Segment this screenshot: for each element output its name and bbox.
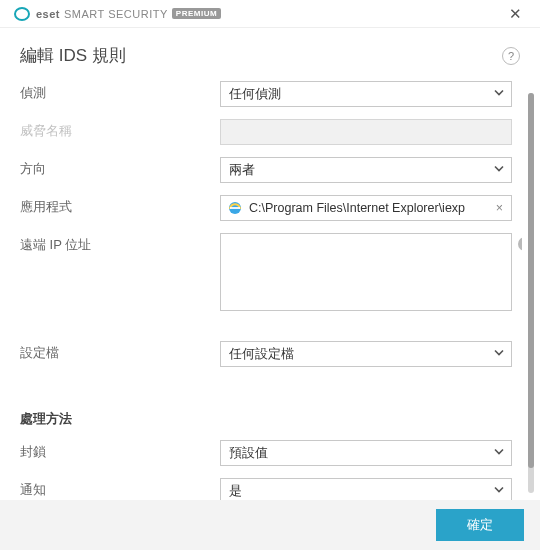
chevron-down-icon [493, 484, 505, 499]
select-detection[interactable]: 任何偵測 [220, 81, 512, 107]
svg-rect-2 [230, 207, 240, 209]
label-detection: 偵測 [20, 81, 220, 102]
label-threat-name: 威脅名稱 [20, 119, 220, 140]
input-application[interactable]: C:\Program Files\Internet Explorer\iexp … [220, 195, 512, 221]
input-threat-name [220, 119, 512, 145]
row-block: 封鎖 預設值 [20, 440, 512, 466]
row-remote-ip: 遠端 IP 位址 i [20, 233, 512, 311]
premium-badge: PREMIUM [172, 8, 221, 19]
row-threat-name: 威脅名稱 [20, 119, 512, 145]
textarea-remote-ip[interactable] [220, 233, 512, 311]
ie-icon [227, 200, 243, 216]
help-button[interactable]: ? [502, 47, 520, 65]
label-direction: 方向 [20, 157, 220, 178]
brand-name: eset [36, 8, 60, 20]
footer: 確定 [0, 500, 540, 550]
clear-application-icon[interactable]: × [494, 201, 505, 215]
label-profile: 設定檔 [20, 341, 220, 362]
eset-logo-icon [14, 6, 30, 22]
select-detection-value: 任何偵測 [229, 85, 281, 103]
label-processing-section: 處理方法 [20, 407, 220, 428]
chevron-down-icon [493, 347, 505, 362]
label-block: 封鎖 [20, 440, 220, 461]
close-icon[interactable]: ✕ [503, 1, 528, 27]
select-profile-value: 任何設定檔 [229, 345, 294, 363]
label-remote-ip: 遠端 IP 位址 [20, 233, 220, 254]
select-block[interactable]: 預設值 [220, 440, 512, 466]
titlebar: eset SMART SECURITY PREMIUM ✕ [0, 0, 540, 28]
form-column: 偵測 任何偵測 威脅名稱 方向 兩者 [0, 81, 522, 501]
svg-point-0 [15, 8, 29, 20]
select-notify-value: 是 [229, 482, 242, 500]
section-processing: 處理方法 [20, 407, 512, 428]
chevron-down-icon [493, 446, 505, 461]
row-application: 應用程式 C:\Program Files\Internet Explorer\… [20, 195, 512, 221]
body: 偵測 任何偵測 威脅名稱 方向 兩者 [0, 81, 540, 501]
row-notify: 通知 是 [20, 478, 512, 501]
ok-button[interactable]: 確定 [436, 509, 524, 541]
select-notify[interactable]: 是 [220, 478, 512, 501]
chevron-down-icon [493, 163, 505, 178]
row-profile: 設定檔 任何設定檔 [20, 341, 512, 367]
select-direction[interactable]: 兩者 [220, 157, 512, 183]
brand-product: SMART SECURITY [64, 8, 168, 20]
chevron-down-icon [493, 87, 505, 102]
label-notify: 通知 [20, 478, 220, 499]
header: 編輯 IDS 規則 ? [0, 28, 540, 81]
row-direction: 方向 兩者 [20, 157, 512, 183]
row-detection: 偵測 任何偵測 [20, 81, 512, 107]
select-direction-value: 兩者 [229, 161, 255, 179]
select-block-value: 預設值 [229, 444, 268, 462]
brand-text: eset SMART SECURITY PREMIUM [36, 8, 221, 20]
page-title: 編輯 IDS 規則 [20, 44, 126, 67]
brand: eset SMART SECURITY PREMIUM [14, 6, 221, 22]
select-profile[interactable]: 任何設定檔 [220, 341, 512, 367]
application-path: C:\Program Files\Internet Explorer\iexp [249, 201, 488, 215]
label-application: 應用程式 [20, 195, 220, 216]
scroll-thumb[interactable] [528, 93, 534, 468]
scrollbar[interactable] [522, 81, 540, 501]
